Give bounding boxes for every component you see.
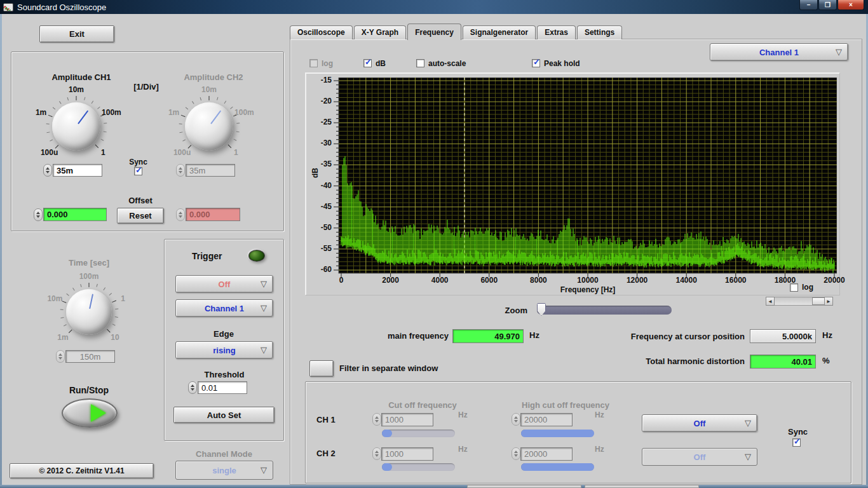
copyright-bar[interactable]: © 2012 C. Zeitnitz V1.41	[10, 463, 154, 478]
ch2-high-unit: Hz	[595, 445, 604, 454]
scroll-left-icon[interactable]: ◄	[766, 297, 775, 306]
offset-ch1-spinner[interactable]	[34, 208, 43, 221]
slider-fill	[382, 430, 392, 437]
spectrum-plot[interactable]	[334, 78, 837, 278]
main-frequency-field: 49.970	[452, 329, 524, 343]
amplitude-ch1-knob[interactable]	[52, 102, 100, 151]
ch2-low-slider[interactable]	[382, 463, 455, 471]
ch1-high-slider[interactable]	[521, 430, 594, 437]
trigger-edge-dropdown[interactable]: rising▽	[175, 341, 273, 359]
knob-needle	[210, 111, 221, 125]
threshold-spinner[interactable]	[188, 381, 197, 394]
minimize-icon: –	[807, 1, 811, 8]
threshold-field[interactable]: 0.01	[198, 381, 247, 394]
tab-oscilloscope[interactable]: Oscilloscope	[290, 25, 353, 39]
app-icon	[3, 3, 13, 11]
knob-tick	[60, 317, 64, 318]
knob-tick	[112, 300, 116, 302]
auto-set-button[interactable]: Auto Set	[173, 407, 275, 423]
trigger-led	[248, 250, 265, 262]
minimize-button[interactable]: –	[799, 0, 818, 10]
amplitude-ch1-value-field[interactable]: 35m	[53, 164, 102, 177]
window-title: Soundcard Oszilloscope	[17, 3, 106, 12]
zoom-slider[interactable]	[537, 306, 672, 315]
filter-window-button[interactable]	[309, 360, 334, 377]
amplitude-unit-label: [1/Div]	[125, 82, 168, 92]
amplitude-ch2-spinner[interactable]	[176, 164, 185, 177]
amplitude-ch2-knob[interactable]	[185, 102, 233, 151]
chevron-down-icon: ▽	[261, 279, 267, 288]
offset-reset-button[interactable]: Reset	[117, 208, 164, 224]
high-cutoff-label: High cut off frequency	[505, 400, 626, 410]
scrollbar-thumb[interactable]	[812, 297, 825, 305]
cutoff-label: Cut off frequency	[365, 400, 480, 410]
chevron-down-icon: ▽	[261, 345, 267, 355]
cursor-frequency-label: Frequency at cursor position	[604, 332, 745, 341]
amplitude-ch1-title: Amplitude CH1	[37, 72, 126, 82]
cursor-frequency-field: 5.0000k	[750, 329, 816, 343]
tab-signalgenerator[interactable]: Signalgenerator	[463, 25, 536, 39]
tab-extras[interactable]: Extras	[537, 25, 576, 39]
ch1-low-field: 1000	[381, 413, 433, 426]
y-tick-label: -40	[311, 181, 332, 190]
ch1-label: CH 1	[316, 415, 336, 424]
x-tick-label: 6000	[467, 276, 512, 285]
plot-log-checkbox[interactable]	[790, 283, 798, 292]
db-label: dB	[376, 59, 386, 68]
knob-scale-label: 1m	[36, 108, 46, 117]
ch1-low-spinner[interactable]	[372, 413, 381, 426]
knob-tick	[64, 324, 67, 326]
trigger-source-dropdown[interactable]: Channel 1▽	[175, 299, 273, 317]
tab-bar: OscilloscopeX-Y GraphFrequencySignalgene…	[290, 24, 623, 39]
amplitude-sync-checkbox[interactable]	[134, 167, 142, 175]
x-tick-label: 4000	[417, 276, 462, 285]
ch2-high-field: 20000	[520, 447, 573, 461]
y-tick-label: -30	[311, 139, 332, 147]
knob-tick	[115, 316, 118, 318]
filter-sync-checkbox[interactable]	[792, 438, 801, 447]
x-axis-title: Frequency [Hz]	[546, 285, 629, 294]
main-frequency-unit: Hz	[529, 330, 539, 340]
scroll-right-icon[interactable]: ►	[824, 297, 833, 306]
plot-hscrollbar[interactable]: ◄ ►	[766, 297, 833, 306]
x-tick-label: 2000	[369, 276, 413, 285]
exit-button[interactable]: Exit	[39, 25, 114, 43]
titlebar: Soundcard Oszilloscope – ❐ ×	[0, 0, 868, 14]
ch1-filter-mode-dropdown[interactable]: Off▽	[642, 414, 757, 432]
tab-frequency[interactable]: Frequency	[407, 24, 461, 40]
play-icon	[91, 404, 106, 422]
channel-mode-dropdown: single▽	[175, 461, 273, 480]
restore-button[interactable]: ❐	[818, 0, 837, 10]
close-icon: ×	[849, 1, 853, 8]
time-knob[interactable]	[66, 289, 112, 335]
trigger-mode-dropdown[interactable]: Off▽	[175, 275, 273, 293]
knob-scale-label: 100m	[79, 272, 99, 281]
ch2-high-spinner[interactable]	[512, 447, 520, 460]
close-button[interactable]: ×	[837, 0, 864, 10]
offset-ch2-field: 0.000	[186, 208, 240, 221]
fft-channel-dropdown[interactable]: Channel 1▽	[710, 43, 848, 61]
auto-scale-checkbox[interactable]	[416, 59, 424, 67]
peak-hold-checkbox[interactable]	[532, 59, 540, 67]
time-spinner[interactable]	[56, 350, 65, 363]
tab-settings[interactable]: Settings	[577, 25, 622, 39]
ch1-low-slider[interactable]	[382, 430, 455, 437]
knob-scale-label: 1	[101, 148, 105, 157]
offset-ch2-spinner[interactable]	[176, 208, 185, 221]
run-stop-button[interactable]	[62, 398, 118, 428]
ch2-low-spinner[interactable]	[372, 447, 381, 460]
offset-label: Offset	[125, 196, 156, 205]
amplitude-ch1-spinner[interactable]	[43, 164, 52, 177]
offset-ch1-field[interactable]: 0.000	[43, 208, 107, 221]
knob-needle	[89, 294, 93, 309]
tab-x-y-graph[interactable]: X-Y Graph	[354, 25, 406, 39]
ch2-high-slider[interactable]	[521, 463, 594, 471]
y-tick-label: -20	[311, 97, 332, 105]
scrollbar-track[interactable]	[775, 297, 824, 306]
knob-tick	[109, 293, 112, 295]
x-tick-label: 10000	[566, 276, 610, 285]
knob-scale-label: 100u	[41, 148, 58, 157]
ch1-high-spinner[interactable]	[512, 413, 520, 426]
edge-label: Edge	[198, 329, 249, 339]
db-checkbox[interactable]	[363, 59, 372, 67]
